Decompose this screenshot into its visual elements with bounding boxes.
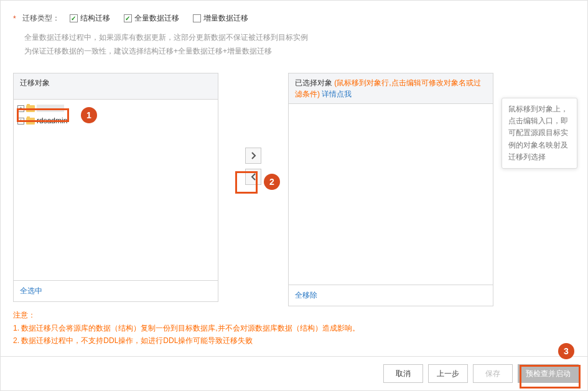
description-line: 为保证迁移数据的一致性，建议选择结构迁移+全量数据迁移+增量数据迁移 bbox=[24, 45, 575, 59]
cancel-button[interactable]: 取消 bbox=[383, 364, 423, 383]
checkbox-label: 增量数据迁移 bbox=[203, 13, 248, 24]
target-list-body bbox=[289, 104, 493, 285]
source-list-footer: 全选中 bbox=[14, 280, 218, 301]
tree-item[interactable]: rdsadmin bbox=[17, 115, 214, 127]
tree-item[interactable] bbox=[17, 102, 214, 115]
migration-type-label: 迁移类型： bbox=[22, 13, 60, 24]
select-all-link[interactable]: 全选中 bbox=[20, 286, 42, 295]
checkbox-icon bbox=[193, 14, 201, 22]
target-list-detail-link[interactable]: 详情点我 bbox=[322, 90, 352, 98]
description-line: 全量数据迁移过程中，如果源库有数据更新，这部分更新数据不保证被迁移到目标实例 bbox=[24, 31, 575, 45]
source-list-header: 迁移对象 bbox=[14, 73, 218, 100]
folder-icon bbox=[26, 105, 35, 112]
source-list-body: rdsadmin bbox=[14, 100, 218, 280]
tree-expand-icon[interactable] bbox=[17, 105, 24, 112]
callout-1: 1 bbox=[81, 107, 97, 123]
tree-item-label: rdsadmin bbox=[37, 116, 67, 125]
target-list: 已选择对象 (鼠标移到对象行,点击编辑可修改对象名或过滤条件) 详情点我 全移除 bbox=[288, 73, 493, 306]
target-list-header: 已选择对象 (鼠标移到对象行,点击编辑可修改对象名或过滤条件) 详情点我 bbox=[289, 73, 493, 104]
move-right-button[interactable] bbox=[245, 148, 261, 164]
required-star: * bbox=[13, 14, 16, 23]
arrow-column bbox=[218, 73, 288, 185]
chevron-right-icon bbox=[251, 152, 256, 159]
checkbox-structure[interactable]: 结构迁移 bbox=[70, 13, 110, 24]
remove-all-link[interactable]: 全移除 bbox=[295, 291, 317, 299]
transfer-panel: 迁移对象 rdsadmin 全选中 bbox=[1, 64, 587, 309]
callout-2: 2 bbox=[264, 174, 280, 190]
source-list-title: 迁移对象 bbox=[20, 78, 50, 87]
chevron-left-icon bbox=[251, 173, 256, 181]
precheck-start-button[interactable]: 预检查并启动 bbox=[518, 364, 579, 383]
checkbox-incremental[interactable]: 增量数据迁移 bbox=[193, 13, 248, 24]
description-text: 全量数据迁移过程中，如果源库有数据更新，这部分更新数据不保证被迁移到目标实例 为… bbox=[13, 31, 575, 58]
prev-button[interactable]: 上一步 bbox=[428, 364, 468, 383]
target-list-title-prefix: 已选择对象 bbox=[295, 78, 332, 87]
notice-line: 2. 数据迁移过程中，不支持DDL操作，如进行DDL操作可能导致迁移失败 bbox=[13, 334, 575, 347]
callout-3: 3 bbox=[558, 343, 574, 359]
page-container: * 迁移类型： 结构迁移 全量数据迁移 增量数据迁移 全量数据迁移过程中，如果源… bbox=[0, 0, 588, 391]
move-left-button[interactable] bbox=[245, 169, 261, 185]
tooltip: 鼠标移到对象上，点击编辑入口，即可配置源跟目标实例的对象名映射及迁移列选择 bbox=[502, 98, 577, 169]
top-section: * 迁移类型： 结构迁移 全量数据迁移 增量数据迁移 全量数据迁移过程中，如果源… bbox=[1, 1, 587, 64]
tree-item-label-masked bbox=[37, 105, 64, 112]
footer-bar: 取消 上一步 保存 预检查并启动 bbox=[1, 356, 587, 390]
notice-line: 1. 数据迁移只会将源库的数据（结构）复制一份到目标数据库,并不会对源数据库数据… bbox=[13, 322, 575, 334]
migration-type-row: * 迁移类型： 结构迁移 全量数据迁移 增量数据迁移 bbox=[13, 13, 575, 24]
tree-expand-icon[interactable] bbox=[17, 118, 24, 125]
checkbox-label: 全量数据迁移 bbox=[134, 13, 179, 24]
notice-section: 注意： 1. 数据迁移只会将源库的数据（结构）复制一份到目标数据库,并不会对源数… bbox=[1, 309, 587, 347]
checkbox-icon bbox=[70, 14, 78, 22]
checkbox-icon bbox=[124, 14, 132, 22]
checkbox-label: 结构迁移 bbox=[80, 13, 110, 24]
target-list-footer: 全移除 bbox=[289, 285, 493, 306]
notice-title: 注意： bbox=[13, 309, 575, 321]
folder-icon bbox=[26, 118, 35, 125]
source-list: 迁移对象 rdsadmin 全选中 bbox=[13, 73, 218, 302]
save-button[interactable]: 保存 bbox=[473, 364, 513, 383]
checkbox-full[interactable]: 全量数据迁移 bbox=[124, 13, 179, 24]
